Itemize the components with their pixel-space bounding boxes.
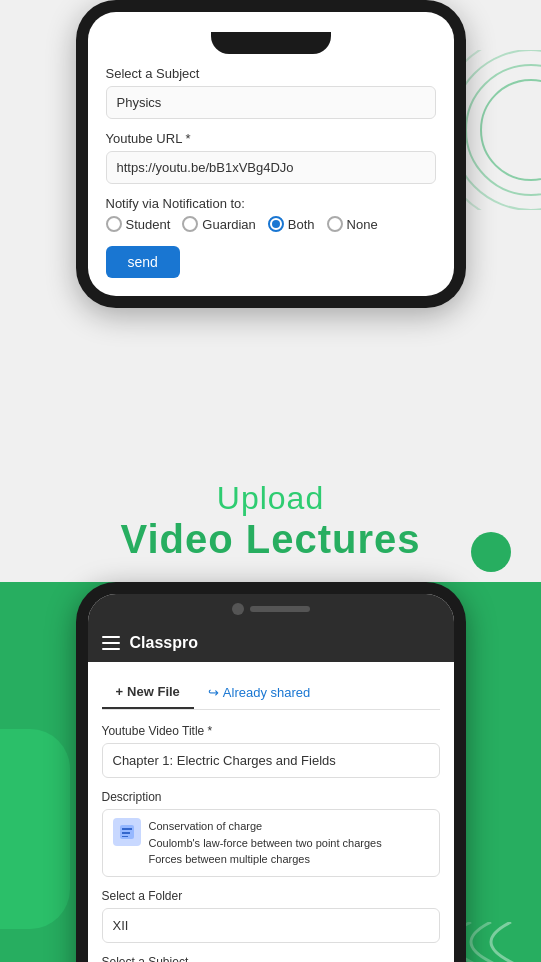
app-content: + New File ↪ Already shared Youtube Vide… [88, 662, 454, 962]
notify-label: Notify via Notification to: [106, 196, 436, 211]
tab-new-file[interactable]: + New File [102, 676, 194, 709]
desc-line-2: Coulomb's law-force between two point ch… [149, 835, 382, 852]
description-text: Conservation of charge Coulomb's law-for… [149, 818, 382, 868]
bottom-phone-frame: Classpro + New File ↪ Already shared You [76, 582, 466, 962]
bottom-subject-label: Select a Subject [102, 955, 440, 963]
top-phone-frame: Select a Subject Youtube URL * Notify vi… [76, 0, 466, 308]
svg-point-0 [481, 80, 541, 180]
tabs-row: + New File ↪ Already shared [102, 676, 440, 710]
radio-both[interactable]: Both [268, 216, 315, 232]
desc-icon [113, 818, 141, 846]
video-lectures-text: Video Lectures [20, 517, 521, 562]
tab-already-shared[interactable]: ↪ Already shared [194, 676, 324, 709]
share-icon: ↪ [208, 685, 219, 700]
radio-circle-none[interactable] [327, 216, 343, 232]
desc-line-1: Conservation of charge [149, 818, 382, 835]
notch [211, 32, 331, 54]
folder-label: Select a Folder [102, 889, 440, 903]
green-left-shape [0, 729, 70, 929]
tab-new-file-label: New File [127, 684, 180, 699]
description-row: Conservation of charge Coulomb's law-for… [113, 818, 429, 868]
radio-circle-guardian[interactable] [182, 216, 198, 232]
radio-student[interactable]: Student [106, 216, 171, 232]
svg-point-1 [466, 65, 541, 195]
svg-rect-6 [122, 832, 130, 834]
youtube-title-input[interactable] [102, 743, 440, 778]
status-bar [88, 594, 454, 624]
folder-input[interactable] [102, 908, 440, 943]
description-label: Description [102, 790, 440, 804]
top-section: Select a Subject Youtube URL * Notify vi… [0, 0, 541, 450]
middle-banner: Upload Video Lectures [0, 450, 541, 582]
radio-circle-both[interactable] [268, 216, 284, 232]
youtube-title-label: Youtube Video Title * [102, 724, 440, 738]
green-dot [471, 532, 511, 572]
hamburger-line-3 [102, 648, 120, 650]
app-title: Classpro [130, 634, 198, 652]
camera-dot [232, 603, 244, 615]
speaker-bar [250, 606, 310, 612]
bottom-section: Classpro + New File ↪ Already shared You [0, 582, 541, 962]
bottom-phone-screen: Classpro + New File ↪ Already shared You [88, 594, 454, 962]
hamburger-line-1 [102, 636, 120, 638]
top-phone-screen: Select a Subject Youtube URL * Notify vi… [88, 12, 454, 296]
subject-label: Select a Subject [106, 66, 436, 81]
hamburger-line-2 [102, 642, 120, 644]
radio-guardian[interactable]: Guardian [182, 216, 255, 232]
send-button[interactable]: send [106, 246, 180, 278]
tab-already-shared-label: Already shared [223, 685, 310, 700]
youtube-url-label: Youtube URL * [106, 131, 436, 146]
radio-label-both: Both [288, 217, 315, 232]
svg-rect-7 [122, 836, 128, 837]
hamburger-menu[interactable] [102, 636, 120, 650]
desc-line-3: Forces between multiple charges [149, 851, 382, 868]
youtube-url-input[interactable] [106, 151, 436, 184]
svg-rect-5 [122, 828, 132, 830]
upload-text: Upload [20, 480, 521, 517]
description-box: Conservation of charge Coulomb's law-for… [102, 809, 440, 877]
app-bar: Classpro [88, 624, 454, 662]
notify-options: Student Guardian Both None [106, 216, 436, 232]
plus-icon: + [116, 684, 124, 699]
radio-label-student: Student [126, 217, 171, 232]
radio-none[interactable]: None [327, 216, 378, 232]
radio-label-guardian: Guardian [202, 217, 255, 232]
subject-input[interactable] [106, 86, 436, 119]
radio-circle-student[interactable] [106, 216, 122, 232]
radio-label-none: None [347, 217, 378, 232]
